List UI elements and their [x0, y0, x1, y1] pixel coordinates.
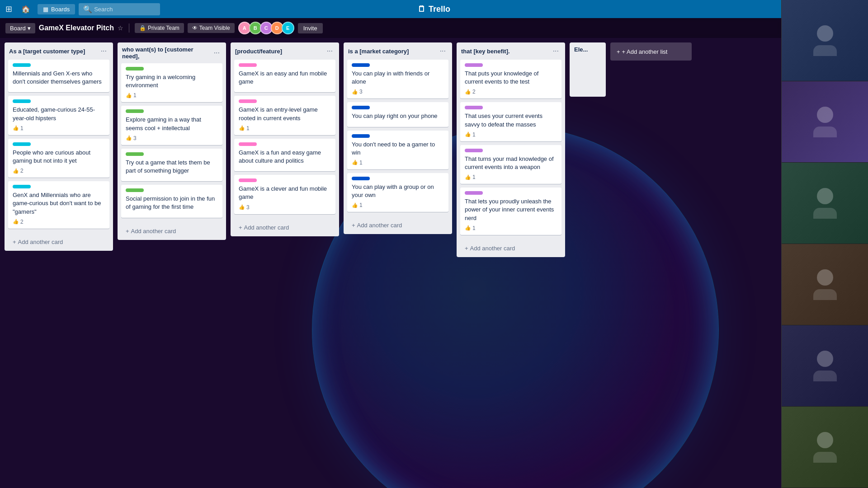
board-menu-button[interactable]: Board ▾	[5, 23, 35, 33]
column-menu-button[interactable]: ···	[325, 46, 335, 56]
thumbs-up-icon: 👍	[352, 89, 358, 95]
card-label	[13, 142, 31, 146]
archive-icon[interactable]: ⊟	[335, 220, 339, 234]
card-footer: 👍 3	[126, 135, 218, 141]
card-label	[126, 152, 144, 156]
card-text: People who are curious about gaming but …	[13, 149, 105, 165]
visibility-label: Team Visible	[199, 25, 230, 31]
privacy-button[interactable]: 🔒 Private Team	[135, 23, 184, 33]
add-card-label: Add another card	[357, 222, 402, 229]
card-text: That uses your current events savvy to d…	[465, 112, 557, 128]
card[interactable]: You can play with a group or on your own…	[347, 173, 448, 212]
column-menu-button[interactable]: ···	[99, 46, 108, 56]
card-text: Try gaming in a welcoming environment	[126, 73, 218, 89]
card[interactable]: GameX is an entry-level game rooted in c…	[234, 96, 335, 135]
column-menu-button[interactable]: ···	[551, 46, 561, 56]
card-votes: 👍 1	[13, 125, 24, 131]
vote-count: 1	[472, 225, 476, 231]
archive-icon[interactable]: ⊟	[561, 241, 565, 255]
card[interactable]: You don't need to be a gamer to win 👍 1	[347, 131, 448, 169]
boards-label: Boards	[51, 6, 70, 13]
board-star-icon[interactable]: ☆	[118, 24, 123, 32]
card-label	[352, 106, 370, 109]
card[interactable]: Try gaming in a welcoming environment 👍 …	[121, 63, 222, 102]
card-text: Millennials and Gen X-ers who don't cons…	[13, 70, 105, 86]
video-cell-1	[782, 0, 868, 81]
card-text: That puts your knowledge of current even…	[465, 70, 557, 86]
card[interactable]: GenX and Millennials who are game-curiou…	[8, 181, 109, 229]
card-votes: 👍 1	[465, 225, 476, 231]
card[interactable]: Social permission to join in the fun of …	[121, 185, 222, 217]
trello-logo: 🗒 Trello	[418, 5, 450, 14]
card[interactable]: People who are curious about gaming but …	[8, 139, 109, 178]
card-footer: 👍 1	[13, 125, 105, 131]
card[interactable]: That puts your knowledge of current even…	[460, 60, 561, 99]
add-card-button[interactable]: + Add another card	[8, 235, 109, 249]
vote-count: 2	[472, 89, 476, 95]
card[interactable]: That turns your mad knowledge of current…	[460, 145, 561, 184]
column-footer: + Add another card ⊟	[118, 221, 226, 240]
column-partial: Ele...	[570, 42, 606, 97]
boards-button[interactable]: ▦ Boards	[38, 4, 75, 14]
add-card-button[interactable]: + Add another card	[234, 221, 335, 235]
search-input[interactable]	[94, 6, 156, 13]
video-panel	[781, 0, 868, 488]
card-votes: 👍 3	[239, 204, 250, 211]
card-text: Explore gaming in a way that seems cool …	[126, 116, 218, 132]
card-text: Educated, game-curious 24-55-year-old hi…	[13, 106, 105, 122]
column-footer: + Add another card ⊟	[5, 232, 113, 251]
video-cell-6	[782, 407, 868, 488]
card-label	[352, 177, 370, 180]
column-title: [product/feature]	[235, 48, 325, 55]
card[interactable]: That lets you proudly unleash the power …	[460, 188, 561, 235]
archive-icon[interactable]: ⊟	[448, 218, 452, 232]
grid-icon[interactable]: ⊞	[4, 2, 14, 16]
card-label	[352, 63, 370, 67]
card-votes: 👍 1	[239, 125, 250, 131]
column-cards: You can play in with friends or alone 👍 …	[344, 60, 452, 216]
card[interactable]: That uses your current events savvy to d…	[460, 102, 561, 141]
card-label	[239, 63, 257, 67]
plus-icon: +	[13, 239, 16, 245]
avatar[interactable]: E	[282, 22, 294, 34]
thumbs-up-icon: 👍	[465, 225, 471, 231]
column-cards: That puts your knowledge of current even…	[457, 60, 565, 239]
privacy-label: Private Team	[148, 25, 179, 31]
visibility-button[interactable]: 👁 Team Visible	[188, 23, 235, 33]
invite-button[interactable]: Invite	[298, 23, 323, 33]
card[interactable]: Millennials and Gen X-ers who don't cons…	[8, 60, 109, 92]
vote-count: 2	[20, 219, 24, 225]
column-header: that [key benefit]. ···	[457, 42, 565, 60]
card[interactable]: GameX is a fun and easy game about cultu…	[234, 139, 335, 171]
card-footer: 👍 3	[352, 89, 444, 95]
plus-icon: +	[352, 222, 355, 229]
card-footer: 👍 2	[465, 89, 557, 95]
card[interactable]: You can play in with friends or alone 👍 …	[347, 60, 448, 99]
card[interactable]: Try out a game that lets them be part of…	[121, 149, 222, 181]
card[interactable]: Educated, game-curious 24-55-year-old hi…	[8, 96, 109, 135]
column-title: that [key benefit].	[461, 48, 551, 55]
thumbs-up-icon: 👍	[239, 125, 245, 131]
add-list-button[interactable]: + + Add another list	[610, 42, 692, 61]
column-menu-button[interactable]: ···	[212, 48, 222, 58]
card-footer: 👍 2	[13, 219, 105, 225]
add-card-label: Add another card	[244, 224, 289, 231]
column-menu-button[interactable]: ···	[438, 46, 448, 56]
add-card-button[interactable]: + Add another card	[347, 218, 448, 232]
vote-count: 1	[20, 125, 24, 131]
board-content: As a [target customer type] ··· Millenni…	[0, 38, 868, 488]
card[interactable]: Explore gaming in a way that seems cool …	[121, 106, 222, 145]
add-card-button[interactable]: + Add another card	[121, 224, 222, 238]
card[interactable]: GameX is a clever and fun mobile game 👍 …	[234, 175, 335, 214]
card[interactable]: You can play right on your phone	[347, 102, 448, 127]
archive-icon[interactable]: ⊟	[109, 235, 113, 249]
board-menu-chevron: ▾	[28, 25, 31, 32]
card-votes: 👍 2	[465, 89, 476, 95]
archive-icon[interactable]: ⊟	[222, 224, 226, 238]
column-header: As a [target customer type] ···	[5, 42, 113, 60]
card-label	[465, 63, 483, 67]
home-icon[interactable]: 🏠	[18, 3, 34, 15]
add-card-button[interactable]: + Add another card	[460, 241, 561, 255]
vote-count: 1	[472, 174, 476, 180]
card[interactable]: GameX is an easy and fun mobile game	[234, 60, 335, 92]
